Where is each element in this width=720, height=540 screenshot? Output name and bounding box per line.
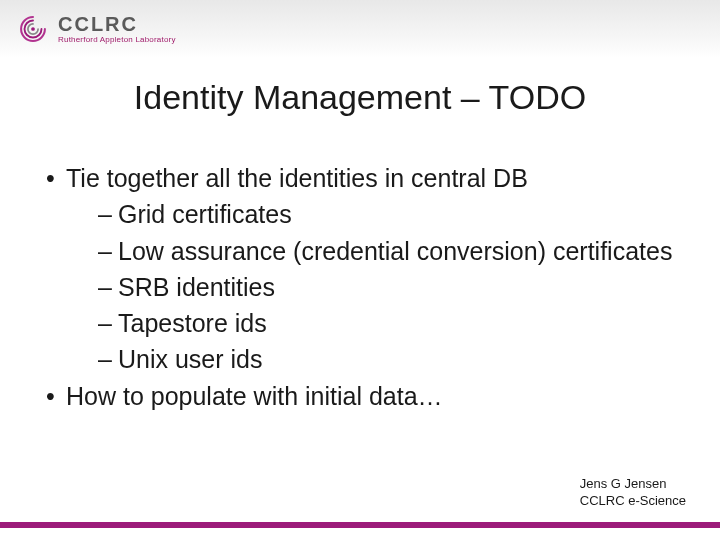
sub-bullet-item: – Unix user ids [44, 341, 680, 377]
footer: Jens G Jensen CCLRC e-Science [580, 475, 686, 510]
logo-main: CCLRC [58, 14, 176, 34]
footer-org: CCLRC e-Science [580, 492, 686, 510]
sub-bullet-text: Low assurance (credential conversion) ce… [118, 233, 680, 269]
dash-icon: – [98, 341, 118, 377]
header-band: CCLRC Rutherford Appleton Laboratory [0, 0, 720, 58]
sub-bullet-item: – Low assurance (credential conversion) … [44, 233, 680, 269]
bullet-item: • How to populate with initial data… [44, 378, 680, 414]
footer-accent-bar [0, 522, 720, 528]
sub-bullet-text: Tapestore ids [118, 305, 680, 341]
footer-author: Jens G Jensen [580, 475, 686, 493]
slide-title: Identity Management – TODO [0, 78, 720, 117]
slide-content: • Tie together all the identities in cen… [44, 160, 680, 414]
dash-icon: – [98, 196, 118, 232]
bullet-text: Tie together all the identities in centr… [66, 160, 680, 196]
sub-bullet-text: Grid certificates [118, 196, 680, 232]
sub-bullet-text: Unix user ids [118, 341, 680, 377]
bullet-item: • Tie together all the identities in cen… [44, 160, 680, 196]
sub-bullet-text: SRB identities [118, 269, 680, 305]
sub-bullet-item: – Grid certificates [44, 196, 680, 232]
logo-sub: Rutherford Appleton Laboratory [58, 36, 176, 44]
logo: CCLRC Rutherford Appleton Laboratory [16, 12, 176, 46]
bullet-text: How to populate with initial data… [66, 378, 680, 414]
sub-bullet-item: – SRB identities [44, 269, 680, 305]
svg-point-0 [31, 27, 35, 31]
logo-swirl-icon [16, 12, 50, 46]
dash-icon: – [98, 233, 118, 269]
logo-text: CCLRC Rutherford Appleton Laboratory [58, 14, 176, 44]
sub-bullet-item: – Tapestore ids [44, 305, 680, 341]
bullet-dot-icon: • [44, 160, 66, 196]
dash-icon: – [98, 305, 118, 341]
bullet-dot-icon: • [44, 378, 66, 414]
dash-icon: – [98, 269, 118, 305]
